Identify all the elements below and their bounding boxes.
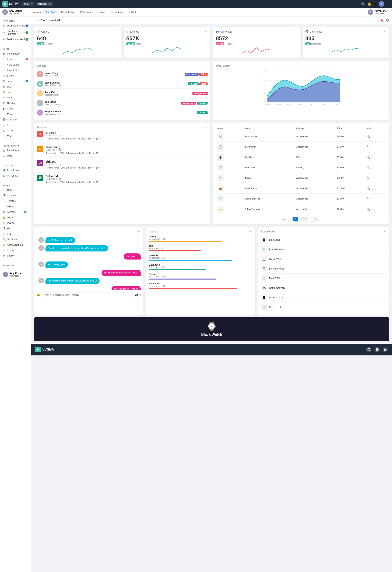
orders-menu-icon[interactable]: ··· (114, 30, 118, 33)
sidebar-item-chart[interactable]: 📊Chart (0, 128, 31, 133)
contact-menu-icon[interactable]: ··· (204, 64, 208, 67)
view-btn-blue-band[interactable]: 🔍 (366, 156, 370, 159)
sidebar-item-landing[interactable]: 🏠Landing 2▾ (0, 209, 31, 215)
bell-icon[interactable]: 🔔 (367, 2, 371, 6)
pagination-last[interactable]: » (315, 217, 320, 222)
bookmark-action-icon[interactable]: 🔖 (380, 18, 384, 22)
footer-facebook-icon[interactable] (374, 347, 380, 352)
sidebar-item-primeflex[interactable]: ⊞PrimeFlex (0, 173, 31, 178)
col-price[interactable]: Price ↕ (336, 126, 365, 131)
best-seller-bracelet[interactable]: 💎Bracelet(Hover) › (261, 245, 387, 254)
sidebar-item-button[interactable]: ⬜Button (0, 73, 31, 79)
sidebar-item-crud[interactable]: ✏Crud (0, 187, 31, 193)
sidebar-item-dashboard-sales[interactable]: ⊞Dashboard Sales 4 (0, 23, 31, 29)
pagination-page-3[interactable]: 3 (304, 217, 309, 222)
tab-start[interactable]: ⬇ Start ▾ (127, 10, 139, 14)
revenue-menu-icon[interactable]: ··· (204, 30, 208, 33)
best-seller-phone-cases[interactable]: 📱Phone Cases › (261, 293, 387, 302)
best-seller-black-watch[interactable]: ⌚Black Watch › (261, 254, 387, 264)
chat-input[interactable] (42, 292, 133, 297)
sidebar-item-tree[interactable]: 🌿Tree (0, 89, 31, 95)
tab-hierarchy[interactable]: ☰ Hierarchy ▾ (109, 10, 126, 14)
view-btn-chakra[interactable]: 🔍 (366, 197, 370, 200)
sidebar-item-menu[interactable]: ≡Menu (0, 111, 31, 117)
sidebar-item-dashboard-analytics[interactable]: ⊞Dashboard Analytics 2 (0, 29, 31, 37)
comments-menu-icon[interactable]: ··· (383, 30, 387, 33)
pagination-page-2[interactable]: 2 (299, 217, 304, 222)
pagination-next[interactable]: › (310, 217, 315, 222)
sidebar-item-file[interactable]: 📄File (0, 122, 31, 128)
best-seller-blue-tshirt[interactable]: 👕Blue T-Shirt › (261, 274, 387, 283)
sidebar-item-list[interactable]: ☰List (0, 84, 31, 89)
tab-favorites[interactable]: ★ Favorites ▾ (26, 10, 43, 14)
user-avatar[interactable]: A (379, 1, 384, 7)
search-icon[interactable]: 🔍 (361, 2, 365, 6)
nav-uikit-btn[interactable]: UI KIT ▾ (22, 2, 34, 6)
tab-primeblocks[interactable]: ⧫ Prime Blocks ▾ (58, 10, 77, 14)
tab-pages[interactable]: 📄 Pages ▾ (93, 10, 109, 14)
sidebar-item-overlay[interactable]: ◫Overlay (0, 100, 31, 106)
home-action-icon[interactable]: ⌂ (377, 18, 379, 22)
sidebar-item-table[interactable]: ⊞Table 6 (0, 79, 31, 84)
view-btn-blue-tshirt[interactable]: 🔍 (366, 166, 370, 169)
sidebar-item-empty[interactable]: ◻Empty (0, 253, 31, 259)
activity-menu-icon[interactable]: ··· (249, 230, 253, 233)
sidebar-item-dashboard-saas[interactable]: ⊞Dashboard SaaS 2 (0, 37, 31, 42)
view-btn-galaxy[interactable]: 🔍 (366, 207, 370, 211)
sidebar-item-primeicons[interactable]: 🔷PrimeIcons (0, 168, 31, 173)
sidebar-item-error[interactable]: ⚠Error (0, 231, 31, 237)
sidebar-item-misc[interactable]: ⋯Misc (0, 133, 31, 139)
pagination-first[interactable]: « (282, 217, 287, 222)
col-category[interactable]: Category ↕ (295, 126, 336, 131)
sidebar-item-timeline[interactable]: ↕Timeline (0, 198, 31, 204)
tab-uikit[interactable]: ✦ UI Kit ▾ (44, 10, 57, 14)
grid-icon[interactable]: ⊞ (374, 2, 376, 6)
sidebar-item-invoice[interactable]: 📋Invoice (0, 220, 31, 226)
order-graph-menu-icon[interactable]: ··· (383, 64, 387, 67)
back-icon[interactable]: ← (387, 2, 390, 6)
sidebar-item-login[interactable]: 🔐Login (0, 215, 31, 220)
sidebar-item-panel[interactable]: ▭Panel (0, 95, 31, 100)
chat-menu-icon[interactable]: ··· (137, 230, 140, 233)
footer-github-icon[interactable] (366, 347, 372, 352)
best-sellers-menu-icon[interactable]: ··· (383, 230, 387, 233)
sidebar-item-media[interactable]: ▶Media (0, 106, 31, 111)
view-btn-bracelet[interactable]: 🔍 (366, 176, 370, 179)
chat-emoji-icon[interactable]: 😊 (37, 293, 40, 296)
tab-utilities[interactable]: ⚙ Utilities ▾ (78, 10, 93, 14)
view-btn-brown-purse[interactable]: 🔍 (366, 187, 370, 190)
best-seller-bamboo-watch[interactable]: ⌚Bamboo Watch › (261, 264, 387, 274)
timeline-menu-icon[interactable]: ··· (204, 126, 208, 129)
sidebar-item-message[interactable]: 💬Message (0, 117, 31, 122)
sidebar-user-dropdown-icon[interactable]: ▾ (28, 273, 29, 276)
chat-send-icon[interactable]: ℹ (140, 293, 141, 296)
pagination-page-1[interactable]: 1 (293, 217, 298, 222)
sidebar-item-help[interactable]: ❓Help (0, 226, 31, 231)
user-dropdown-icon[interactable]: ▾ (23, 11, 24, 13)
view-btn-black-watch[interactable]: 🔍 (366, 145, 370, 148)
nav-utilities-btn[interactable]: UTILITIES ▾ (36, 2, 53, 6)
best-seller-blue-band[interactable]: 📱Blue Band › (261, 235, 387, 245)
sidebar-item-pb-input[interactable]: ☰Input (0, 153, 31, 159)
user-right-dropdown-icon[interactable]: ▾ (389, 11, 390, 13)
sidebar-item-not-found[interactable]: 🔍Not Found (0, 237, 31, 242)
sidebar-item-float-label[interactable]: ≡Float Label (0, 62, 31, 67)
sidebar-item-invalid-state[interactable]: ⚠Invalid State (0, 67, 31, 73)
pagination-prev[interactable]: ‹ (288, 217, 293, 222)
power-action-icon[interactable]: ⏻ (386, 18, 389, 22)
sidebar-item-form-layout[interactable]: ▤Form Layout (0, 51, 31, 57)
home-breadcrumb-icon[interactable]: ⌂ (34, 19, 36, 22)
col-name[interactable]: Name ↕ (243, 126, 295, 131)
view-btn-bamboo-watch[interactable]: 🔍 (366, 135, 370, 138)
sidebar-item-calendar[interactable]: 📅Calendar (0, 193, 31, 198)
customers-menu-icon[interactable]: ··· (293, 30, 297, 33)
best-seller-game-controller[interactable]: 🎮Game Controller › (261, 283, 387, 293)
sidebar-item-input[interactable]: ☰Input 6 (0, 57, 31, 62)
chat-video-icon[interactable]: 📷 (135, 293, 138, 296)
best-seller-purple-tshirt[interactable]: 👕Purple T-Shirt › (261, 302, 387, 312)
sidebar-item-contact-us[interactable]: ✉Contact Us (0, 248, 31, 253)
footer-twitter-icon[interactable] (383, 347, 388, 352)
sidebar-item-wizard[interactable]: ⬦Wizard (0, 204, 31, 209)
sidebar-item-access-denied[interactable]: 🔒Access Denied (0, 242, 31, 248)
sidebar-item-pb-form-layout[interactable]: ▤Form Layout (0, 148, 31, 153)
